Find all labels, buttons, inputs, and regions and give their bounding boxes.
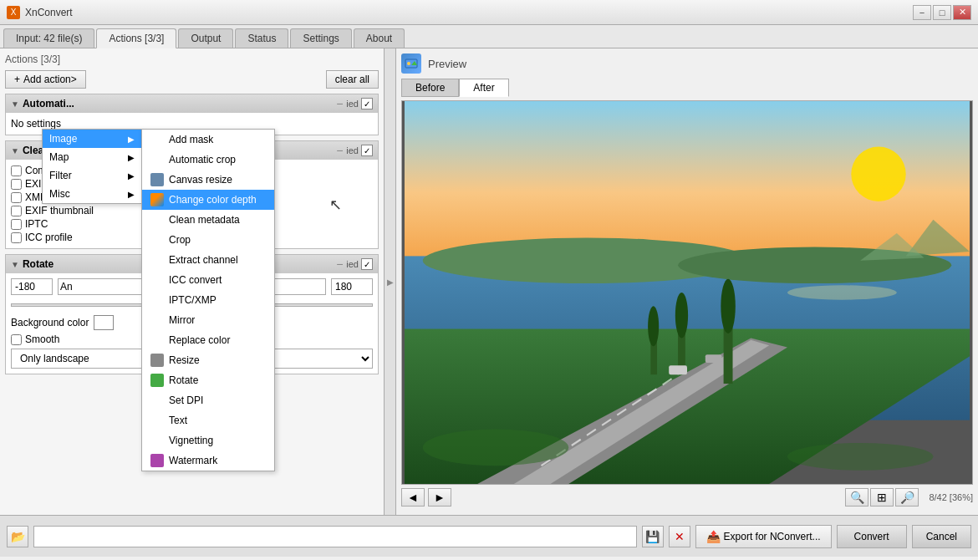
- tab-about[interactable]: About: [354, 28, 405, 48]
- next-button[interactable]: ►: [428, 488, 451, 507]
- clear-all-button[interactable]: clear all: [326, 70, 379, 89]
- menu-item-auto-crop[interactable]: Automatic crop: [142, 150, 274, 170]
- clean-metadata-dash[interactable]: −: [336, 144, 343, 157]
- set-dpi-icon: [150, 394, 164, 407]
- tab-actions[interactable]: Actions [3/3]: [96, 28, 176, 48]
- tab-after[interactable]: After: [459, 79, 508, 97]
- zoom-fit-icon: ⊞: [877, 491, 887, 504]
- watermark-icon: [150, 454, 164, 467]
- menu-item-add-mask[interactable]: Add mask: [142, 130, 274, 150]
- zoom-fit-button[interactable]: ⊞: [870, 488, 894, 507]
- menu-item-map[interactable]: Map ▶: [43, 148, 141, 166]
- convert-button[interactable]: Convert: [837, 525, 907, 548]
- tab-settings[interactable]: Settings: [290, 28, 351, 48]
- rotate-checkbox[interactable]: ✓: [361, 258, 373, 270]
- svg-point-24: [787, 285, 897, 299]
- rotate-dash[interactable]: −: [336, 257, 343, 271]
- plus-icon: +: [14, 74, 20, 85]
- menu-item-icc-convert[interactable]: ICC convert: [142, 270, 274, 290]
- menu-item-watermark[interactable]: Watermark: [142, 451, 274, 471]
- tab-output[interactable]: Output: [178, 28, 233, 48]
- clean-metadata-checkbox[interactable]: ✓: [361, 145, 373, 156]
- clean-metadata-enabled: ied ✓: [346, 145, 373, 156]
- preview-header: Preview: [401, 53, 973, 74]
- rotate-max-input[interactable]: [331, 278, 373, 295]
- automatic-arrow: ▼: [11, 99, 19, 109]
- delete-button[interactable]: ✕: [669, 526, 690, 547]
- export-button[interactable]: 📤 Export for NConvert...: [695, 525, 832, 548]
- preview-image-container: [401, 100, 973, 485]
- clean-metadata-menu-icon: [150, 213, 164, 227]
- menu-item-canvas-resize[interactable]: Canvas resize: [142, 170, 274, 190]
- maximize-button[interactable]: □: [933, 5, 951, 20]
- prev-button[interactable]: ◄: [401, 488, 425, 507]
- automatic-enabled: ied ✓: [346, 98, 373, 109]
- cancel-button[interactable]: Cancel: [912, 525, 971, 548]
- titlebar-buttons: − □ ✕: [913, 5, 971, 20]
- zoom-out-button[interactable]: 🔍: [845, 488, 868, 507]
- palette-icon: [150, 193, 164, 206]
- next-icon: ►: [434, 491, 446, 504]
- auto-crop-icon: [150, 153, 164, 166]
- menu-item-clean-metadata[interactable]: Clean metadata: [142, 210, 274, 230]
- menu-item-iptc-xmp[interactable]: IPTC/XMP: [142, 290, 274, 310]
- tab-status[interactable]: Status: [235, 28, 288, 48]
- menu-item-resize[interactable]: Resize: [142, 350, 274, 370]
- minimize-button[interactable]: −: [913, 5, 931, 20]
- resize-arrow: ▶: [387, 277, 394, 287]
- image-submenu-arrow: ▶: [128, 135, 135, 144]
- save-button[interactable]: 💾: [642, 526, 664, 547]
- preview-icon: [401, 53, 421, 74]
- preview-info: 8/42 [36%]: [929, 492, 973, 502]
- menu-item-mirror[interactable]: Mirror: [142, 310, 274, 330]
- menu-item-change-color-depth[interactable]: Change color depth: [142, 190, 274, 210]
- iptc-label: IPTC: [25, 218, 48, 230]
- svg-point-21: [787, 443, 933, 471]
- svg-point-15: [675, 293, 688, 339]
- map-submenu-arrow: ▶: [128, 153, 135, 162]
- menu-item-image[interactable]: Image ▶: [43, 130, 141, 148]
- menu-item-rotate[interactable]: Rotate: [142, 370, 274, 390]
- xmp-checkbox[interactable]: [11, 192, 22, 203]
- svg-rect-18: [669, 365, 687, 374]
- zoom-in-button[interactable]: 🔎: [895, 488, 919, 507]
- menu-item-crop[interactable]: Crop: [142, 230, 274, 250]
- iptc-checkbox[interactable]: [11, 219, 22, 230]
- preview-image: [402, 101, 972, 484]
- menu-item-extract-channel[interactable]: Extract channel: [142, 250, 274, 270]
- rotate-arrow: ▼: [11, 260, 19, 269]
- rotate-min-input[interactable]: [11, 278, 53, 295]
- comment-checkbox[interactable]: [11, 165, 22, 176]
- icc-profile-label: ICC profile: [25, 232, 73, 243]
- menu-level2: Add mask Automatic crop Canvas resize Ch…: [141, 129, 275, 471]
- menu-item-filter[interactable]: Filter ▶: [43, 166, 141, 185]
- zoom-buttons: 🔍 ⊞ 🔎: [845, 488, 919, 507]
- icc-profile-checkbox[interactable]: [11, 232, 22, 243]
- output-path-input[interactable]: [33, 526, 637, 547]
- menu-item-text[interactable]: Text: [142, 410, 274, 430]
- automatic-header[interactable]: ▼ Automati... − ied ✓: [6, 94, 378, 113]
- tab-before[interactable]: Before: [401, 79, 459, 97]
- menu-item-replace-color[interactable]: Replace color: [142, 330, 274, 350]
- panel-resize-handle[interactable]: ▶: [385, 48, 396, 515]
- clean-metadata-arrow: ▼: [11, 146, 19, 155]
- main-layout: Actions [3/3] + Add action> clear all ▼ …: [0, 48, 978, 515]
- smooth-checkbox[interactable]: [11, 334, 22, 345]
- filter-submenu-arrow: ▶: [128, 171, 135, 181]
- close-button[interactable]: ✕: [953, 5, 971, 20]
- automatic-dash[interactable]: −: [336, 97, 343, 110]
- automatic-checkbox[interactable]: ✓: [361, 98, 373, 109]
- exif-checkbox[interactable]: [11, 179, 22, 190]
- menu-item-misc[interactable]: Misc ▶: [43, 185, 141, 203]
- crop-icon: [150, 233, 164, 247]
- menu-item-vignetting[interactable]: Vignetting: [142, 430, 274, 451]
- zoom-in-icon: 🔎: [900, 491, 914, 504]
- add-action-button[interactable]: + Add action>: [5, 70, 86, 89]
- bg-color-swatch[interactable]: [94, 315, 114, 330]
- tab-input[interactable]: Input: 42 file(s): [3, 28, 94, 48]
- menu-item-set-dpi[interactable]: Set DPI: [142, 390, 274, 410]
- extract-channel-icon: [150, 253, 164, 267]
- open-folder-button[interactable]: 📂: [7, 526, 28, 547]
- svg-point-4: [851, 147, 905, 201]
- exif-thumbnail-checkbox[interactable]: [11, 206, 22, 216]
